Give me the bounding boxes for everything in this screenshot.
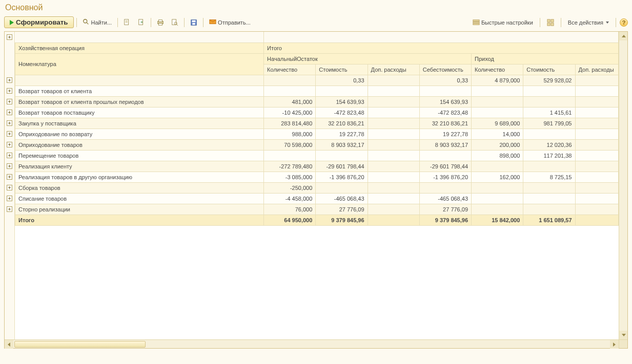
arrow-up-icon (622, 35, 626, 37)
table-row[interactable]: Списание товаров-4 458,000-465 068,43-46… (15, 193, 619, 204)
expand-row-button[interactable] (7, 206, 12, 212)
expand-row-button[interactable] (7, 163, 12, 169)
separator (540, 18, 540, 27)
expand-row-button[interactable] (7, 110, 12, 115)
envelope-icon (209, 18, 216, 27)
cell: -1 396 876,20 (419, 172, 471, 182)
scroll-right-button[interactable] (610, 340, 619, 349)
svg-rect-20 (547, 19, 550, 22)
header-selfcost: Себестоимость (419, 64, 471, 75)
table-row[interactable]: Возврат товаров от клиента прошлых перио… (15, 96, 619, 107)
form-button[interactable]: Сформировать (4, 16, 74, 28)
cell (472, 182, 523, 193)
cell (368, 150, 419, 161)
find-button[interactable]: Найти... (79, 17, 115, 28)
horizontal-scrollbar[interactable] (5, 339, 627, 348)
expand-row-button[interactable] (7, 142, 12, 147)
expand-row-button[interactable] (7, 131, 12, 137)
cell: 32 210 836,21 (419, 118, 471, 129)
print-preview-button[interactable] (168, 17, 181, 28)
table-row[interactable]: Возврат товаров от клиента (15, 85, 619, 96)
table-row[interactable]: Оприходование по возврату988,00019 227,7… (15, 129, 619, 139)
cell: 32 210 836,21 (316, 118, 368, 129)
expand-row-button[interactable] (7, 99, 12, 104)
row-label (15, 75, 264, 85)
cell (316, 182, 368, 193)
expand-all-button[interactable] (7, 34, 12, 40)
scrollbar-thumb[interactable] (14, 341, 146, 348)
cell (368, 129, 419, 139)
cell: -465 068,43 (316, 193, 368, 204)
page-zoom-icon (171, 19, 178, 26)
svg-rect-19 (473, 23, 479, 25)
header-cost2: Стоимость (523, 64, 575, 75)
header-total: Итого (264, 42, 619, 53)
all-actions-button[interactable]: Все действия (565, 18, 612, 27)
table-row[interactable]: Реализация товаров в другую организацию-… (15, 172, 619, 182)
cell (575, 96, 619, 107)
help-button[interactable]: ? (620, 18, 628, 27)
cell (575, 139, 619, 150)
table-row[interactable]: Возврат товаров поставщику-10 425,000-47… (15, 107, 619, 118)
row-label: Оприходование по возврату (15, 129, 264, 139)
expand-row-button[interactable] (7, 174, 12, 180)
cell: -465 068,43 (419, 193, 471, 204)
send-button[interactable]: Отправить... (206, 17, 254, 28)
expand-row-button[interactable] (7, 120, 12, 126)
svg-point-0 (83, 19, 87, 23)
table-row[interactable]: 0,330,334 879,000529 928,02 (15, 75, 619, 85)
send-label: Отправить... (218, 19, 251, 26)
cell: 9 689,000 (472, 118, 523, 129)
expand-row-button[interactable] (7, 153, 12, 158)
separator (117, 18, 118, 27)
cell (316, 85, 368, 96)
cell (368, 193, 419, 204)
cell (575, 182, 619, 193)
cell (368, 118, 419, 129)
save-button[interactable] (187, 17, 200, 28)
expand-row-button[interactable] (7, 88, 12, 94)
report-grid[interactable]: Хозяйственная операция Итого Номенклатур… (15, 32, 619, 339)
scroll-down-button[interactable] (619, 331, 627, 339)
arrow-down-icon (622, 334, 626, 336)
header-nomenclature: Номенклатура (15, 53, 264, 75)
cell (575, 85, 619, 96)
cell: 981 799,05 (523, 118, 575, 129)
scroll-up-button[interactable] (619, 32, 627, 40)
list-icon (473, 19, 480, 26)
settings-button-2[interactable] (135, 17, 148, 28)
cell (575, 75, 619, 85)
cell (419, 150, 471, 161)
table-row[interactable]: Сборка товаров-250,000 (15, 182, 619, 193)
grid-icon (547, 19, 554, 26)
table-row[interactable]: Перемещение товаров898,000117 201,38 (15, 150, 619, 161)
expand-row-button[interactable] (7, 196, 12, 201)
cell (575, 129, 619, 139)
settings-button-1[interactable] (120, 17, 134, 28)
cell: -3 085,000 (264, 172, 316, 182)
table-row[interactable]: Реализация клиенту-272 789,480-29 601 79… (15, 161, 619, 172)
grid-settings-button[interactable] (544, 17, 557, 28)
arrow-left-icon (8, 342, 10, 347)
cell (575, 172, 619, 182)
row-label: Реализация товаров в другую организацию (15, 172, 264, 182)
quick-settings-button[interactable]: Быстрые настройки (470, 17, 536, 28)
expand-row-button[interactable] (7, 185, 12, 190)
table-row[interactable]: Сторно реализации76,00027 776,0927 776,0… (15, 204, 619, 215)
table-row[interactable]: Оприходование товаров70 598,0008 903 932… (15, 139, 619, 150)
separator (561, 18, 561, 27)
cell (523, 204, 575, 215)
vertical-scrollbar[interactable] (619, 32, 627, 339)
scrollbar-track[interactable] (13, 340, 610, 348)
cell: -1 396 876,20 (316, 172, 368, 182)
svg-rect-15 (192, 23, 195, 25)
cell (368, 75, 419, 85)
scroll-left-button[interactable] (5, 340, 13, 349)
table-row[interactable]: Закупка у поставщика283 814,48032 210 83… (15, 118, 619, 129)
expand-row-button[interactable] (7, 77, 12, 83)
cell: 283 814,480 (264, 118, 316, 129)
cell: -250,000 (264, 182, 316, 193)
cell (575, 161, 619, 172)
print-button[interactable] (154, 17, 167, 28)
cell (523, 129, 575, 139)
